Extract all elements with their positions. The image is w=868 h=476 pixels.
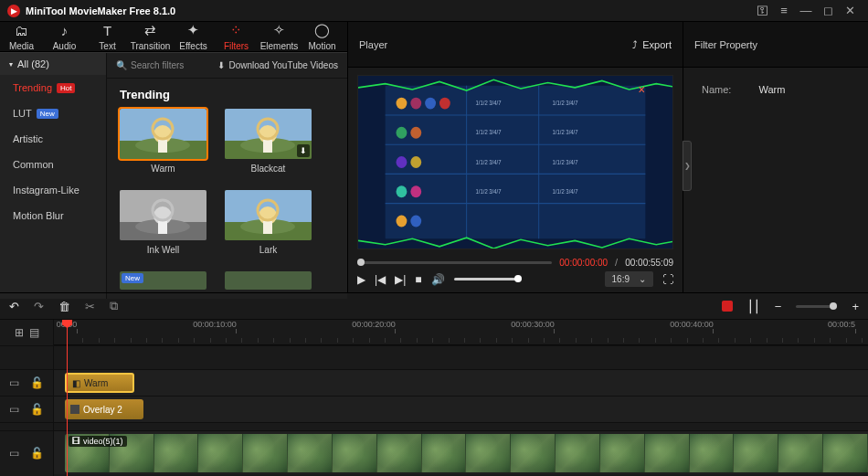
property-name-value: Warm [758, 84, 785, 95]
filter-item-lark[interactable]: Lark [225, 190, 312, 255]
svg-text:1/1/2 3/4/7: 1/1/2 3/4/7 [553, 100, 579, 106]
next-frame-button[interactable]: ▶| [395, 273, 406, 286]
download-youtube-link[interactable]: ⬇ Download YouTube Videos [217, 60, 338, 70]
clip-video[interactable]: 🎞video(5)(1) [65, 434, 868, 472]
delete-button[interactable]: 🗑 [58, 300, 70, 313]
close-button[interactable]: ✕ [839, 4, 861, 17]
minimize-button[interactable]: — [795, 4, 817, 17]
add-track-button[interactable]: ⊞ [15, 326, 24, 339]
track-visibility-toggle[interactable]: ▭ [9, 376, 19, 389]
sidebar-item-lut[interactable]: LUTNew [0, 100, 106, 126]
tab-transition[interactable]: ⇄Transition [129, 22, 172, 51]
filter-item-blackcat[interactable]: ⬇Blackcat [225, 109, 312, 174]
filter-item-inkwell[interactable]: Ink Well [120, 190, 206, 255]
sidebar-item-common[interactable]: Common [0, 152, 106, 177]
tab-motion[interactable]: ◯Motion [301, 22, 344, 51]
zoom-out-button[interactable]: − [775, 300, 782, 313]
search-filters-input[interactable]: 🔍 Search filters [116, 60, 212, 70]
filter-item[interactable]: New [120, 271, 206, 290]
svg-point-42 [397, 215, 408, 227]
maximize-button[interactable]: ◻ [817, 4, 839, 17]
ruler-tick: 00:00:40:00 [692, 320, 736, 333]
redo-button[interactable]: ↷ [34, 300, 44, 313]
svg-point-35 [439, 98, 450, 110]
sidebar-item-instagramlike[interactable]: Instagram-Like [0, 177, 106, 203]
svg-point-38 [397, 156, 408, 168]
timeline-ruler[interactable]: 00:0000:00:10:0000:00:20:0000:00:30:0000… [54, 320, 868, 345]
crop-button[interactable]: ⧉ [110, 299, 118, 313]
filters-section-title: Trending [120, 88, 334, 101]
timeline: ↶ ↷ 🗑 ✂ ⧉ ⎮⎮ − + ⊞ ▤ ▭ 🔓 ▭ 🔓 [0, 292, 868, 476]
elements-icon: ✧ [273, 22, 285, 38]
svg-text:1/1/2 3/4/7: 1/1/2 3/4/7 [476, 100, 503, 106]
track-options-button[interactable]: ▤ [29, 326, 39, 339]
video-preview[interactable]: 1/1/2 3/4/71/1/2 3/4/7 1/1/2 3/4/71/1/2 … [357, 75, 673, 249]
clip-overlay[interactable]: Overlay 2 [65, 399, 143, 419]
download-icon: ⬇ [297, 144, 310, 157]
svg-text:1/1/2 3/4/7: 1/1/2 3/4/7 [553, 129, 579, 135]
filter-item[interactable] [225, 271, 312, 290]
upgrade-icon[interactable]: ⚿ [751, 4, 773, 17]
track-lock-toggle[interactable]: 🔓 [30, 403, 44, 416]
zoom-in-button[interactable]: + [852, 300, 859, 313]
badge: New [37, 109, 58, 119]
tab-media[interactable]: 🗂Media [0, 22, 43, 51]
track-visibility-toggle[interactable]: ▭ [9, 447, 19, 460]
clip-warm[interactable]: ◧ Warm [65, 373, 134, 393]
player-panel: Player ⤴ Export [347, 22, 683, 292]
tab-effects[interactable]: ✦Effects [172, 22, 215, 51]
marker-button[interactable] [722, 301, 733, 312]
snap-button[interactable]: ⎮⎮ [747, 300, 760, 313]
split-button[interactable]: ✂ [85, 300, 95, 313]
track-lock-toggle[interactable]: 🔓 [30, 447, 44, 460]
aspect-ratio-select[interactable]: 16:9 ⌄ [605, 271, 653, 287]
player-title: Player [359, 39, 387, 50]
menu-icon[interactable]: ≡ [773, 4, 795, 17]
play-button[interactable]: ▶ [357, 273, 365, 286]
sidebar-item-motionblur[interactable]: Motion Blur [0, 203, 106, 228]
chevron-down-icon: ⌄ [639, 274, 646, 284]
tab-text[interactable]: TText [86, 22, 129, 51]
collapse-panel-button[interactable]: ❯ [683, 141, 692, 191]
property-title: Filter Property [683, 22, 868, 68]
badge: Hot [57, 83, 75, 93]
filter-track[interactable]: ◧ Warm [54, 369, 868, 396]
search-icon: 🔍 [116, 60, 127, 70]
filter-label: Blackcat [251, 164, 286, 174]
volume-slider[interactable] [454, 278, 518, 280]
ruler-tick: 00:00:10:00 [215, 320, 259, 333]
sidebar-header[interactable]: ▾ All (82) [0, 53, 106, 75]
ruler-tick: 00:00:20:00 [374, 320, 418, 333]
undo-button[interactable]: ↶ [9, 300, 19, 313]
export-button[interactable]: ⤴ Export [632, 39, 672, 50]
video-track[interactable]: 🎞video(5)(1) [54, 430, 868, 474]
sidebar-item-trending[interactable]: TrendingHot [0, 75, 106, 100]
filter-item-warm[interactable]: Warm [120, 109, 206, 174]
prev-frame-button[interactable]: |◀ [375, 273, 386, 286]
zoom-slider[interactable] [796, 305, 837, 308]
sidebar-item-artistic[interactable]: Artistic [0, 126, 106, 152]
tab-elements[interactable]: ✧Elements [258, 22, 301, 51]
track-lock-toggle[interactable]: 🔓 [30, 376, 44, 389]
track-visibility-toggle[interactable]: ▭ [9, 403, 19, 416]
tab-filters[interactable]: ⁘Filters [215, 22, 258, 51]
filter-label: Warm [151, 164, 175, 174]
overlay-track[interactable]: Overlay 2 [54, 396, 868, 422]
stop-button[interactable]: ■ [415, 273, 421, 286]
svg-rect-25 [386, 86, 646, 239]
progress-slider[interactable] [357, 261, 552, 264]
svg-rect-4 [158, 140, 167, 153]
playhead[interactable] [67, 320, 68, 476]
filter-thumbnail [225, 271, 312, 290]
fullscreen-button[interactable]: ⛶ [662, 273, 673, 286]
export-icon: ⤴ [632, 39, 638, 50]
new-badge: New [122, 273, 143, 283]
app-logo: ▶ [7, 5, 20, 17]
svg-point-40 [397, 185, 408, 197]
volume-icon[interactable]: 🔊 [431, 273, 445, 286]
filter-thumbnail: New [120, 271, 206, 290]
svg-point-36 [397, 127, 408, 139]
tab-audio[interactable]: ♪Audio [43, 22, 86, 51]
svg-point-32 [397, 98, 408, 110]
motion-icon: ◯ [314, 22, 330, 38]
